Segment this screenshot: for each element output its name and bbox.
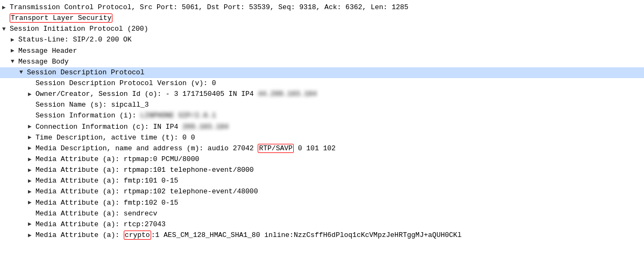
row-text: Media Attribute (a): rtpmap:0 PCMU/8000 [36, 154, 642, 165]
row-status-line[interactable]: ▶Status-Line: SIP/2.0 200 OK [0, 34, 644, 45]
row-media-attr-sendrecv[interactable]: Media Attribute (a): sendrecv [0, 208, 644, 219]
row-msg-header[interactable]: ▶Message Header [0, 46, 644, 57]
row-text: Connection Information (c): IN IP4 209.1… [36, 122, 642, 132]
row-text: Media Attribute (a): fmtp:102 0-15 [36, 198, 642, 208]
tree-arrow[interactable]: ▶ [28, 166, 36, 175]
row-sdp[interactable]: ▼Session Description Protocol [0, 67, 644, 78]
tree-arrow[interactable]: ▶ [28, 231, 36, 240]
row-sip[interactable]: ▼Session Initiation Protocol (200) [0, 24, 644, 34]
row-text: Media Attribute (a): rtpmap:102 telephon… [36, 186, 642, 197]
row-sdp-version[interactable]: Session Description Protocol Version (v)… [0, 78, 644, 89]
row-text: Media Attribute (a): sendrecv [36, 208, 642, 219]
row-session-name[interactable]: Session Name (s): sipcall_3 [0, 100, 644, 110]
row-text: Media Attribute (a): fmtp:101 0-15 [36, 176, 642, 186]
row-text: Session Description Protocol Version (v)… [36, 78, 642, 89]
tree-arrow[interactable]: ▶ [28, 187, 36, 197]
row-text: Transmission Control Protocol, Src Port:… [10, 2, 642, 13]
inline-outlined: RTP/SAVP [258, 144, 293, 153]
row-text: Message Header [18, 46, 642, 57]
row-text: Session Information (i): LINPHONE SIP/2.… [36, 110, 642, 121]
row-msg-body[interactable]: ▼Message Body [0, 57, 644, 67]
row-time[interactable]: ▶Time Description, active time (t): 0 0 [0, 132, 644, 143]
row-tls[interactable]: Transport Layer Security [0, 13, 644, 24]
tree-arrow[interactable]: ▶ [28, 144, 36, 153]
row-media-attr-crypto[interactable]: ▶Media Attribute (a): crypto:1 AES_CM_12… [0, 230, 644, 241]
tree-arrow[interactable]: ▶ [28, 90, 36, 99]
row-text: Owner/Creator, Session Id (o): - 3 17171… [36, 89, 642, 100]
tree-arrow[interactable]: ▶ [28, 122, 36, 131]
tree-arrow[interactable]: ▶ [11, 46, 18, 55]
tree-arrow[interactable]: ▼ [2, 25, 10, 34]
row-text: Transport Layer Security [10, 13, 642, 24]
row-session-info[interactable]: Session Information (i): LINPHONE SIP/2.… [0, 110, 644, 121]
row-text: Media Attribute (a): rtpmap:101 telephon… [36, 165, 642, 176]
tree-arrow[interactable]: ▶ [28, 220, 36, 229]
row-media-attr-rtpmap101[interactable]: ▶Media Attribute (a): rtpmap:101 telepho… [0, 165, 644, 176]
tree-arrow[interactable]: ▶ [11, 36, 18, 45]
row-media-desc[interactable]: ▶Media Description, name and address (m)… [0, 143, 644, 154]
tree-arrow[interactable]: ▶ [28, 155, 36, 164]
row-owner[interactable]: ▶Owner/Creator, Session Id (o): - 3 1717… [0, 89, 644, 100]
tree-arrow[interactable]: ▼ [11, 57, 18, 66]
tree-arrow[interactable]: ▶ [28, 198, 36, 207]
row-text: Media Attribute (a): crypto:1 AES_CM_128… [36, 230, 642, 241]
row-text: Session Description Protocol [27, 67, 642, 78]
row-text: Message Body [18, 57, 642, 67]
tree-arrow[interactable]: ▶ [28, 133, 36, 142]
tree-arrow[interactable]: ▶ [28, 177, 36, 186]
row-text: Media Description, name and address (m):… [36, 143, 642, 154]
inline-outlined: crypto [124, 231, 151, 240]
row-text: Status-Line: SIP/2.0 200 OK [18, 34, 642, 45]
row-media-attr-fmtp102[interactable]: ▶Media Attribute (a): fmtp:102 0-15 [0, 198, 644, 208]
row-media-attr-rtpmap0[interactable]: ▶Media Attribute (a): rtpmap:0 PCMU/8000 [0, 154, 644, 165]
tls-outlined: Transport Layer Security [10, 13, 112, 23]
tree-arrow[interactable]: ▶ [2, 3, 10, 12]
row-text: Media Attribute (a): rtcp:27043 [36, 219, 642, 230]
packet-tree: ▶Transmission Control Protocol, Src Port… [0, 0, 644, 243]
tree-arrow[interactable]: ▼ [19, 68, 27, 77]
row-media-attr-rtpmap102[interactable]: ▶Media Attribute (a): rtpmap:102 telepho… [0, 186, 644, 197]
row-text: Session Name (s): sipcall_3 [36, 100, 642, 110]
row-connection[interactable]: ▶Connection Information (c): IN IP4 209.… [0, 122, 644, 132]
row-media-attr-fmtp101[interactable]: ▶Media Attribute (a): fmtp:101 0-15 [0, 176, 644, 186]
row-text: Session Initiation Protocol (200) [10, 24, 642, 34]
row-text: Time Description, active time (t): 0 0 [36, 132, 642, 143]
row-tcp[interactable]: ▶Transmission Control Protocol, Src Port… [0, 2, 644, 13]
row-media-attr-rtcp[interactable]: ▶Media Attribute (a): rtcp:27043 [0, 219, 644, 230]
